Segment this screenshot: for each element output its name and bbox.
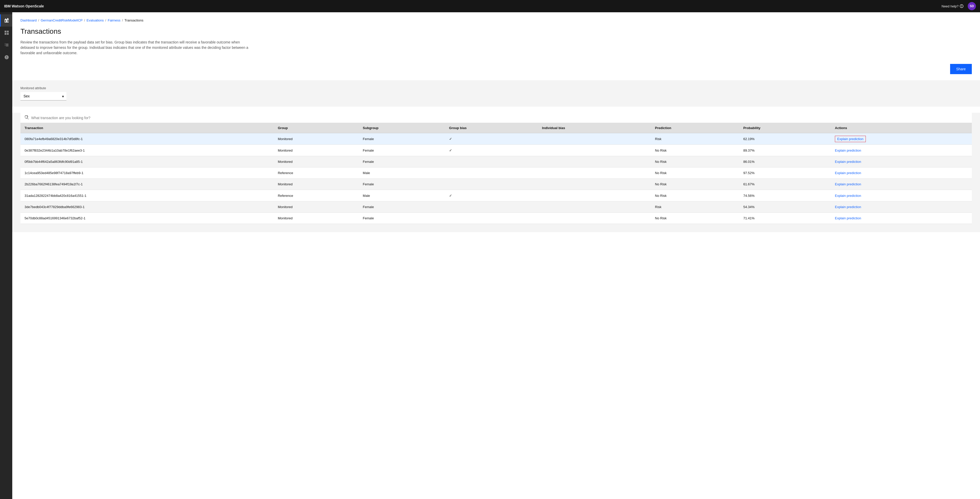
table-row: 0e387f832e2344b1a10ab78e1f62aee3-1Monito… [21,145,972,156]
col-header-subgroup: Subgroup [359,123,445,133]
cell-actions: Explain prediction [831,133,972,145]
cell-transaction: 3de7bedb043c4f77829ddba9fe662983-1 [21,201,274,213]
cell-actions: Explain prediction [831,145,972,156]
svg-rect-2 [7,31,9,32]
cell-group: Reference [274,190,359,201]
cell-transaction: 1c14cea953ed485e98f74718a97ffeb9-1 [21,167,274,179]
cell-group-bias: ✓ [445,133,538,145]
sidebar-item-analytics[interactable] [0,14,12,27]
search-bar [21,113,972,123]
svg-rect-4 [7,33,9,35]
cell-group: Monitored [274,133,359,145]
main-content: Dashboard / GermanCreditRiskModelICP / E… [12,12,980,499]
checkmark-icon: ✓ [449,137,452,141]
explain-prediction-link[interactable]: Explain prediction [835,148,861,152]
help-icon [4,55,9,60]
cell-probability: 61.67% [739,179,831,190]
cell-actions: Explain prediction [831,213,972,224]
table-section: Transaction Group Subgroup Group bias In… [12,123,980,232]
cell-probability: 74.56% [739,190,831,201]
col-header-group-bias: Group bias [445,123,538,133]
breadcrumb-fairness[interactable]: Fairness [108,18,121,22]
cell-group-bias [445,213,538,224]
cell-group: Monitored [274,201,359,213]
need-help-link[interactable]: Need help? [942,4,964,8]
search-section [12,113,980,123]
cell-group: Monitored [274,179,359,190]
explain-prediction-link[interactable]: Explain prediction [835,136,866,142]
breadcrumb-dashboard[interactable]: Dashboard [21,18,37,22]
cell-group-bias: ✓ [445,145,538,156]
explain-prediction-link[interactable]: Explain prediction [835,216,861,220]
cell-prediction: Risk [651,201,739,213]
sidebar-item-grid[interactable] [0,27,12,39]
explain-prediction-link[interactable]: Explain prediction [835,171,861,175]
sidebar-item-help[interactable] [0,51,12,64]
explain-prediction-link[interactable]: Explain prediction [835,205,861,209]
sidebar-item-tune[interactable] [0,39,12,51]
cell-group: Monitored [274,145,359,156]
explain-prediction-link[interactable]: Explain prediction [835,194,861,198]
filter-section: Monitored attribute Sex Age [12,80,980,107]
cell-prediction: No Risk [651,156,739,167]
table-row: 3de7bedb043c4f77829ddba9fe662983-1Monito… [21,201,972,213]
analytics-icon [4,18,9,23]
top-navigation: IBM Watson OpenScale Need help? SD [0,0,980,12]
cell-actions: Explain prediction [831,190,972,201]
cell-subgroup: Female [359,201,445,213]
share-button[interactable]: Share [950,64,972,74]
col-header-transaction: Transaction [21,123,274,133]
table-row: 5e70db0c88ad4516991346e6732baf52-1Monito… [21,213,972,224]
cell-group: Monitored [274,156,359,167]
cell-individual-bias [538,133,651,145]
cell-prediction: No Risk [651,179,739,190]
cell-probability: 54.34% [739,201,831,213]
cell-individual-bias [538,167,651,179]
table-row: 080fa71e4efb49a6820e314b7df3d8fc-1Monito… [21,133,972,145]
cell-transaction: 2b226ba7662f46138fea7494f19a1f7c-1 [21,179,274,190]
top-nav-left: IBM Watson OpenScale [4,4,44,8]
explain-prediction-link[interactable]: Explain prediction [835,160,861,164]
cell-subgroup: Female [359,133,445,145]
col-header-probability: Probability [739,123,831,133]
checkmark-icon: ✓ [449,193,452,198]
table-row: 31ada1282822474bb8a420c816a41551-1Refere… [21,190,972,201]
cell-group: Reference [274,167,359,179]
cell-subgroup: Female [359,145,445,156]
explain-prediction-link[interactable]: Explain prediction [835,182,861,186]
cell-prediction: No Risk [651,213,739,224]
top-nav-right: Need help? SD [942,2,976,10]
cell-group: Monitored [274,213,359,224]
cell-group-bias [445,179,538,190]
grid-icon [4,30,9,35]
sidebar [0,12,12,499]
table-header-row: Transaction Group Subgroup Group bias In… [21,123,972,133]
cell-probability: 89.37% [739,145,831,156]
cell-individual-bias [538,145,651,156]
breadcrumb-evaluations[interactable]: Evaluations [87,18,104,22]
cell-group-bias: ✓ [445,190,538,201]
breadcrumb-sep-4: / [122,18,123,22]
cell-subgroup: Male [359,190,445,201]
filter-label: Monitored attribute [21,86,972,90]
monitored-attribute-dropdown[interactable]: Sex Age [21,92,67,100]
cell-individual-bias [538,201,651,213]
cell-subgroup: Female [359,156,445,167]
breadcrumb-sep-1: / [38,18,39,22]
cell-group-bias [445,167,538,179]
cell-transaction: 5e70db0c88ad4516991346e6732baf52-1 [21,213,274,224]
table-row: 1c14cea953ed485e98f74718a97ffeb9-1Refere… [21,167,972,179]
page-title: Transactions [21,27,972,35]
cell-prediction: No Risk [651,167,739,179]
breadcrumb-current: Transactions [124,18,143,22]
breadcrumb-model[interactable]: GermanCreditRiskModelICP [41,18,83,22]
transactions-table: Transaction Group Subgroup Group bias In… [21,123,972,224]
search-icon [24,115,29,120]
search-input[interactable] [31,116,968,120]
avatar[interactable]: SD [968,2,976,10]
breadcrumb-sep-3: / [105,18,106,22]
chat-icon [959,4,964,8]
svg-rect-3 [5,33,6,35]
col-header-prediction: Prediction [651,123,739,133]
cell-subgroup: Female [359,213,445,224]
